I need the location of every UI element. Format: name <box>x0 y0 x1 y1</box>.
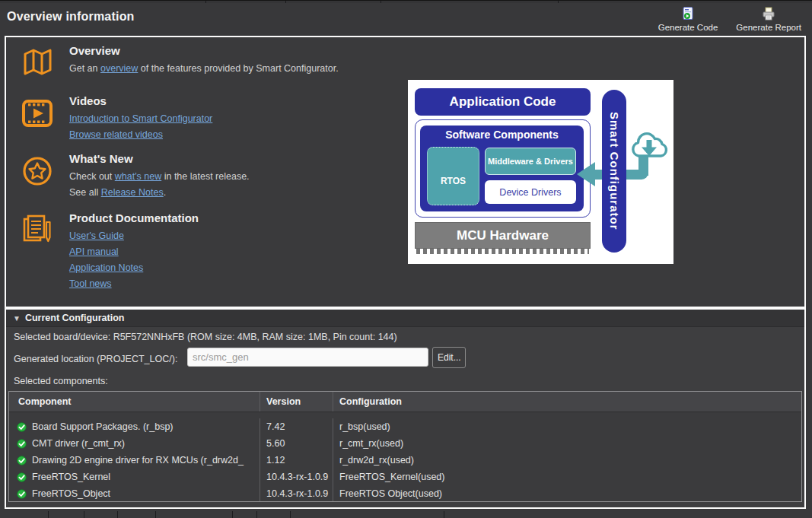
users-guide-link[interactable]: User's Guide <box>69 230 124 241</box>
component-version: 10.4.3-rx-1.0.9 <box>260 485 333 502</box>
components-table-header: Component Version Configuration <box>9 392 801 412</box>
component-version: 5.60 <box>260 435 333 452</box>
section-text-line: Browse related videos <box>69 127 212 143</box>
table-row[interactable]: FreeRTOS_Kernel10.4.3-rx-1.0.9FreeRTOS_K… <box>9 469 801 485</box>
component-name: Drawing 2D engine driver for RX MCUs (r_… <box>32 455 244 466</box>
component-configuration: r_bsp(used) <box>333 418 801 435</box>
component-configuration: FreeRTOS_Kernel(used) <box>333 469 801 485</box>
check-icon <box>17 422 27 432</box>
whats-new-link[interactable]: what's new <box>115 171 161 182</box>
table-row[interactable]: CMT driver (r_cmt_rx)5.60r_cmt_rx(used) <box>9 435 801 452</box>
overview-panel: Overview Get an overview of the features… <box>6 37 804 307</box>
header-actions: Generate Code Generate Report <box>655 5 804 33</box>
section-product-documentation: Product Documentation User's GuideAPI ma… <box>21 211 199 292</box>
page-title: Overview information <box>7 10 135 24</box>
table-row[interactable]: FreeRTOS_Object10.4.3-rx-1.0.9FreeRTOS O… <box>9 485 801 502</box>
components-table-body: 8-Bit Timer1.10.0Config_TMR0(TMR0: used)… <box>9 412 801 502</box>
generate-code-label: Generate Code <box>658 23 718 32</box>
check-icon <box>17 456 27 466</box>
section-whats-new: What's New Check out what's new in the l… <box>21 152 250 201</box>
diagram-application-code: Application Code <box>415 88 591 116</box>
component-name: FreeRTOS_Kernel <box>32 472 110 482</box>
intro-video-link[interactable]: Introduction to Smart Configurator <box>69 113 212 124</box>
bottom-tab-strip <box>0 510 812 518</box>
generate-report-button[interactable]: Generate Report <box>733 5 804 33</box>
current-configuration-panel: ▼ Current Configuration Selected board/d… <box>6 310 804 507</box>
component-configuration: FreeRTOS Object(used) <box>333 485 801 502</box>
component-name: Board Support Packages. (r_bsp) <box>32 421 174 432</box>
diagram-smart-configurator-bar: Smart Configurator <box>602 90 626 253</box>
content-frame: Overview Get an overview of the features… <box>5 36 806 509</box>
section-text-line: API manual <box>69 244 199 260</box>
check-icon <box>17 489 27 499</box>
edit-button[interactable]: Edit... <box>432 347 466 368</box>
architecture-diagram: Application Code Software Components RTO… <box>408 80 673 264</box>
column-header-component[interactable]: Component <box>9 392 260 412</box>
section-text-line: Introduction to Smart Configurator <box>69 111 212 127</box>
table-row[interactable]: Board Support Packages. (r_bsp)7.42r_bsp… <box>9 418 801 435</box>
section-overview: Overview Get an overview of the features… <box>21 44 339 77</box>
documentation-icon <box>21 215 53 246</box>
diagram-mcu-pins <box>416 249 589 254</box>
section-title: What's New <box>69 152 250 165</box>
check-icon <box>17 439 27 449</box>
browse-videos-link[interactable]: Browse related videos <box>69 129 163 140</box>
cloud-download-icon <box>629 130 669 164</box>
map-icon <box>21 47 53 79</box>
selected-board-device-text: Selected board/device: R5F572NNHxFB (ROM… <box>14 332 397 342</box>
diagram-device-drivers-box: Device Drivers <box>485 180 576 204</box>
section-text-line: Application Notes <box>69 260 199 276</box>
table-row[interactable]: 8-Bit Timer1.10.0Config_TMR0(TMR0: used) <box>9 412 801 418</box>
tool-news-link[interactable]: Tool news <box>69 278 112 289</box>
section-text-line: Check out what's new in the latest relea… <box>69 169 250 185</box>
overview-link[interactable]: overview <box>100 63 138 74</box>
diagram-mcu-hardware-box: MCU Hardware <box>415 222 591 249</box>
components-table: Component Version Configuration 8-Bit Ti… <box>8 391 802 502</box>
star-icon <box>21 155 53 187</box>
current-configuration-title: Current Configuration <box>25 313 125 323</box>
section-videos: Videos Introduction to Smart Configurato… <box>21 94 212 143</box>
component-name: FreeRTOS_Object <box>32 488 110 499</box>
generated-location-label: Generated location (PROJECT_LOC/): <box>14 354 177 364</box>
section-title: Product Documentation <box>69 211 199 224</box>
editor-header: Overview information Generate Code Gener… <box>0 3 812 36</box>
component-configuration: r_cmt_rx(used) <box>333 435 801 452</box>
component-version: 7.42 <box>260 418 333 435</box>
component-name: CMT driver (r_cmt_rx) <box>32 438 125 449</box>
diagram-rtos-box: RTOS <box>427 147 479 205</box>
diagram-middleware-box: Middleware & Drivers <box>485 148 576 175</box>
section-title: Videos <box>69 94 212 107</box>
check-icon <box>17 472 27 482</box>
generate-code-button[interactable]: Generate Code <box>655 5 721 33</box>
component-configuration: r_drw2d_rx(used) <box>333 452 801 469</box>
application-notes-link[interactable]: Application Notes <box>69 262 143 273</box>
section-text-line: See all Release Notes. <box>69 185 250 201</box>
diagram-arrow-head <box>577 162 595 186</box>
table-row[interactable]: Drawing 2D engine driver for RX MCUs (r_… <box>9 452 801 469</box>
diagram-software-components-label: Software Components <box>420 129 584 141</box>
column-header-version[interactable]: Version <box>260 392 333 412</box>
smart-configurator-window: { "header": { "title": "Overview informa… <box>0 0 812 518</box>
video-icon <box>21 97 53 129</box>
api-manual-link[interactable]: API manual <box>69 246 119 257</box>
current-configuration-header[interactable]: ▼ Current Configuration <box>6 310 804 327</box>
section-text-line: Tool news <box>69 276 199 292</box>
component-version: 1.12 <box>260 452 333 469</box>
column-header-configuration[interactable]: Configuration <box>333 392 801 412</box>
selected-components-label: Selected components: <box>14 376 108 386</box>
release-notes-link[interactable]: Release Notes <box>101 187 164 198</box>
collapse-triangle-icon: ▼ <box>13 314 21 323</box>
component-version: 10.4.3-rx-1.0.9 <box>260 469 333 485</box>
generate-report-icon <box>761 6 776 21</box>
generated-location-input[interactable] <box>187 348 428 367</box>
section-text-line: User's Guide <box>69 228 199 244</box>
generate-code-icon <box>680 6 696 21</box>
section-text-line: Get an overview of the features provided… <box>69 61 339 77</box>
generate-report-label: Generate Report <box>736 23 801 32</box>
section-title: Overview <box>69 44 339 57</box>
